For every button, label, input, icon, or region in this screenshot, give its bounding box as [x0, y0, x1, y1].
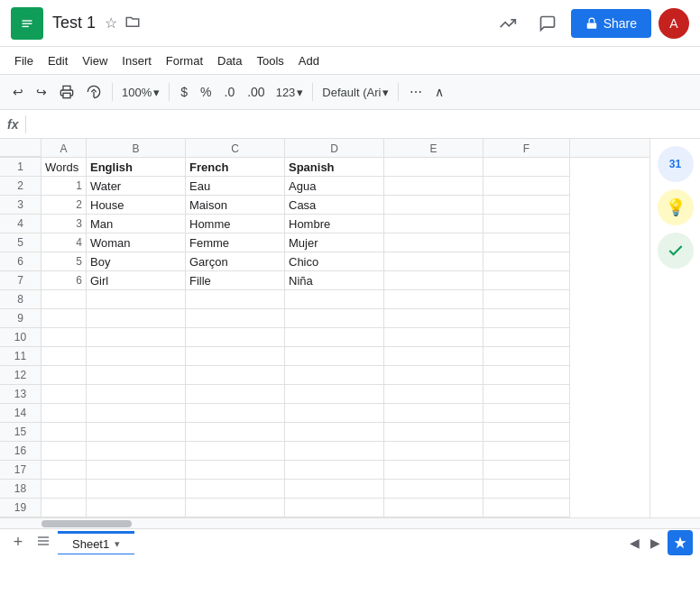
- cell-r15-c4[interactable]: [384, 423, 484, 442]
- undo-button[interactable]: ↩: [7, 79, 29, 105]
- cell-r3-c1[interactable]: House: [87, 196, 186, 215]
- cell-r14-c1[interactable]: [87, 404, 186, 423]
- sheet-menu-button[interactable]: [36, 534, 51, 551]
- cell-r2-c3[interactable]: Agua: [285, 177, 384, 196]
- cell-r16-c1[interactable]: [87, 442, 186, 461]
- cell-r16-c5[interactable]: [484, 442, 570, 461]
- cell-r16-c2[interactable]: [186, 442, 285, 461]
- cell-r18-c4[interactable]: [384, 480, 484, 499]
- cell-r8-c2[interactable]: [186, 290, 285, 309]
- cell-r17-c3[interactable]: [285, 461, 384, 480]
- cell-r12-c4[interactable]: [384, 366, 484, 385]
- cell-r6-c4[interactable]: [384, 252, 484, 271]
- decimal-more-button[interactable]: .00: [242, 79, 270, 105]
- menu-edit[interactable]: Edit: [41, 50, 75, 71]
- cell-r17-c1[interactable]: [87, 461, 186, 480]
- cell-r15-c2[interactable]: [186, 423, 285, 442]
- cell-r4-c2[interactable]: Homme: [186, 215, 285, 233]
- row-header-2[interactable]: 2: [0, 177, 41, 196]
- cell-r1-c5[interactable]: [484, 158, 570, 177]
- cell-r7-c1[interactable]: Girl: [87, 271, 186, 290]
- menu-view[interactable]: View: [75, 50, 115, 71]
- cell-r14-c2[interactable]: [186, 404, 285, 423]
- cell-r13-c3[interactable]: [285, 385, 384, 404]
- cell-r8-c3[interactable]: [285, 290, 384, 309]
- row-header-14[interactable]: 14: [0, 404, 41, 423]
- row-header-17[interactable]: 17: [0, 461, 41, 480]
- cell-r6-c1[interactable]: Boy: [87, 252, 186, 271]
- format-number-selector[interactable]: 123 ▾: [272, 84, 308, 101]
- row-header-7[interactable]: 7: [0, 271, 41, 290]
- cell-r9-c4[interactable]: [384, 309, 484, 328]
- collapse-toolbar-button[interactable]: ∧: [429, 79, 449, 105]
- cell-r18-c5[interactable]: [484, 480, 570, 499]
- cell-r11-c2[interactable]: [186, 347, 285, 366]
- cell-r10-c1[interactable]: [87, 328, 186, 347]
- trending-icon-button[interactable]: [492, 7, 524, 40]
- row-header-8[interactable]: 8: [0, 290, 41, 309]
- cell-r19-c4[interactable]: [384, 499, 484, 517]
- cell-r7-c3[interactable]: Niña: [285, 271, 384, 290]
- row-header-1[interactable]: 1: [0, 158, 41, 177]
- cell-r13-c2[interactable]: [186, 385, 285, 404]
- row-header-4[interactable]: 4: [0, 215, 41, 233]
- cell-r3-c4[interactable]: [384, 196, 484, 215]
- menu-file[interactable]: File: [7, 50, 41, 71]
- col-header-b[interactable]: B: [87, 139, 186, 158]
- cell-r10-c3[interactable]: [285, 328, 384, 347]
- row-header-10[interactable]: 10: [0, 328, 41, 347]
- cell-r8-c1[interactable]: [87, 290, 186, 309]
- cell-r5-c1[interactable]: Woman: [87, 233, 186, 252]
- percent-button[interactable]: %: [195, 79, 216, 105]
- menu-format[interactable]: Format: [159, 50, 210, 71]
- cell-r11-c4[interactable]: [384, 347, 484, 366]
- cell-r5-c0[interactable]: 4: [41, 233, 87, 252]
- cell-r15-c1[interactable]: [87, 423, 186, 442]
- cell-r9-c3[interactable]: [285, 309, 384, 328]
- cell-r2-c2[interactable]: Eau: [186, 177, 285, 196]
- cell-r8-c0[interactable]: [41, 290, 87, 309]
- cell-r16-c3[interactable]: [285, 442, 384, 461]
- cell-r11-c0[interactable]: [41, 347, 87, 366]
- cell-r17-c4[interactable]: [384, 461, 484, 480]
- cell-r3-c2[interactable]: Maison: [186, 196, 285, 215]
- cell-r4-c4[interactable]: [384, 215, 484, 233]
- col-header-f[interactable]: F: [484, 139, 570, 158]
- explore-button[interactable]: [668, 530, 693, 555]
- cell-r3-c5[interactable]: [484, 196, 570, 215]
- calendar-sidebar-button[interactable]: 31: [658, 146, 694, 182]
- cell-r4-c0[interactable]: 3: [41, 215, 87, 233]
- cell-r11-c3[interactable]: [285, 347, 384, 366]
- cell-r6-c0[interactable]: 5: [41, 252, 87, 271]
- cell-r1-c4[interactable]: [384, 158, 484, 177]
- cell-r17-c5[interactable]: [484, 461, 570, 480]
- cell-r13-c1[interactable]: [87, 385, 186, 404]
- menu-insert[interactable]: Insert: [115, 50, 159, 71]
- formula-input[interactable]: [33, 117, 693, 131]
- cell-r9-c0[interactable]: [41, 309, 87, 328]
- cell-r1-c3[interactable]: Spanish: [285, 158, 384, 177]
- more-options-button[interactable]: ⋯: [404, 79, 428, 105]
- cell-r4-c3[interactable]: Hombre: [285, 215, 384, 233]
- row-header-5[interactable]: 5: [0, 233, 41, 252]
- cell-r13-c4[interactable]: [384, 385, 484, 404]
- cell-r2-c1[interactable]: Water: [87, 177, 186, 196]
- nav-right-button[interactable]: ▶: [647, 532, 664, 554]
- cell-r9-c2[interactable]: [186, 309, 285, 328]
- cell-r7-c5[interactable]: [484, 271, 570, 290]
- share-button[interactable]: Share: [571, 9, 651, 38]
- menu-tools[interactable]: Tools: [249, 50, 290, 71]
- horizontal-scrollbar[interactable]: [0, 517, 700, 528]
- paint-format-button[interactable]: [81, 79, 106, 105]
- col-header-c[interactable]: C: [186, 139, 285, 158]
- cell-r12-c2[interactable]: [186, 366, 285, 385]
- cell-r19-c3[interactable]: [285, 499, 384, 517]
- cell-r7-c4[interactable]: [384, 271, 484, 290]
- cell-r12-c1[interactable]: [87, 366, 186, 385]
- col-header-e[interactable]: E: [384, 139, 484, 158]
- row-header-3[interactable]: 3: [0, 196, 41, 215]
- row-header-16[interactable]: 16: [0, 442, 41, 461]
- cell-r19-c1[interactable]: [87, 499, 186, 517]
- cell-r18-c2[interactable]: [186, 480, 285, 499]
- cell-r2-c0[interactable]: 1: [41, 177, 87, 196]
